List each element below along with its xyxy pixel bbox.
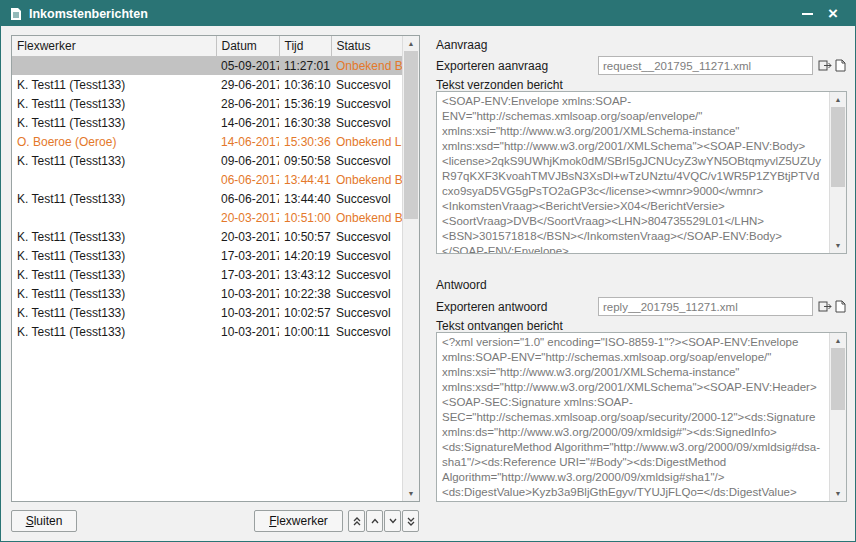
cell-tijd: 10:50:57 xyxy=(279,227,331,246)
cell-datum: 20-03-2017 xyxy=(216,227,279,246)
table-row[interactable]: K. Test11 (Tesst133)20-03-201710:50:57Su… xyxy=(12,227,402,246)
scroll-up-button[interactable]: ▲ xyxy=(830,92,846,107)
ontvangen-bericht-label: Tekst ontvangen bericht xyxy=(436,319,563,333)
column-header-tijd[interactable]: Tijd xyxy=(279,36,331,56)
table-row[interactable]: K. Test11 (Tesst133)17-03-201713:43:12Su… xyxy=(12,265,402,284)
scroll-track[interactable] xyxy=(830,348,846,486)
scroll-down-button[interactable]: ▼ xyxy=(830,238,846,253)
cell-flexwerker: K. Test11 (Tesst133) xyxy=(12,246,216,265)
export-aanvraag-button[interactable] xyxy=(817,57,832,73)
export-aanvraag-input[interactable] xyxy=(598,56,813,75)
table-header-row: Flexwerker Datum Tijd Status xyxy=(12,36,402,56)
cell-tijd: 10:36:10 xyxy=(279,75,331,94)
table-row[interactable]: K. Test11 (Tesst133)28-06-201715:36:19Su… xyxy=(12,94,402,113)
close-icon: × xyxy=(828,5,838,22)
cell-status: Succesvol xyxy=(331,151,402,170)
flexwerker-button-label: Flexwerker xyxy=(255,514,342,528)
page-icon xyxy=(835,59,846,72)
record-navigation xyxy=(348,510,419,532)
cell-datum: 17-03-2017 xyxy=(216,246,279,265)
cell-tijd: 13:44:41 xyxy=(279,170,331,189)
cell-datum: 06-06-2017 xyxy=(216,170,279,189)
cell-status: Succesvol xyxy=(331,284,402,303)
cell-tijd: 14:20:19 xyxy=(279,246,331,265)
sluiten-button-label: Sluiten xyxy=(12,514,76,528)
cell-datum: 09-06-2017 xyxy=(216,151,279,170)
ontvangen-bericht-text[interactable]: <?xml version="1.0" encoding="ISO-8859-1… xyxy=(437,333,829,501)
cell-datum: 06-06-2017 xyxy=(216,189,279,208)
cell-tijd: 15:30:36 xyxy=(279,132,331,151)
scroll-down-button[interactable]: ▼ xyxy=(403,486,419,501)
scroll-thumb[interactable] xyxy=(831,107,845,187)
cell-tijd: 09:50:58 xyxy=(279,151,331,170)
page-icon xyxy=(835,300,846,313)
table-row[interactable]: 06-06-201713:44:41Onbekend BSN xyxy=(12,170,402,189)
cell-status: Onbekend BSN xyxy=(331,56,402,75)
cell-flexwerker: K. Test11 (Tesst133) xyxy=(12,94,216,113)
nav-first-button[interactable] xyxy=(348,510,365,532)
column-header-flexwerker[interactable]: Flexwerker xyxy=(12,36,216,56)
scroll-thumb[interactable] xyxy=(831,348,845,410)
table-row[interactable]: O. Boeroe (Oeroe)14-06-201715:30:36Onbek… xyxy=(12,132,402,151)
view-antwoord-button[interactable] xyxy=(833,298,848,314)
cell-flexwerker: K. Test11 (Tesst133) xyxy=(12,151,216,170)
table-row[interactable]: K. Test11 (Tesst133)06-06-201713:44:40Su… xyxy=(12,189,402,208)
cell-tijd: 10:02:57 xyxy=(279,303,331,322)
document-icon xyxy=(10,7,22,21)
export-antwoord-button[interactable] xyxy=(817,298,832,314)
cell-tijd: 10:22:38 xyxy=(279,284,331,303)
sluiten-button[interactable]: Sluiten xyxy=(11,510,77,532)
titlebar: Inkomstenberichten × xyxy=(1,1,855,26)
table-row[interactable]: 05-09-201711:27:01Onbekend BSN xyxy=(12,56,402,75)
cell-status: Succesvol xyxy=(331,113,402,132)
nav-last-button[interactable] xyxy=(402,510,419,532)
export-antwoord-input[interactable] xyxy=(598,297,813,316)
table-row[interactable]: K. Test11 (Tesst133)10-03-201710:02:57Su… xyxy=(12,303,402,322)
table-row[interactable]: K. Test11 (Tesst133)09-06-201709:50:58Su… xyxy=(12,151,402,170)
view-aanvraag-button[interactable] xyxy=(833,57,848,73)
table-row[interactable]: K. Test11 (Tesst133)10-03-201710:00:11Su… xyxy=(12,322,402,341)
scroll-track[interactable] xyxy=(403,51,419,486)
cell-status: Onbekend LHN xyxy=(331,132,402,151)
berichten-table: Flexwerker Datum Tijd Status 05-09-20171… xyxy=(12,36,402,501)
scroll-thumb[interactable] xyxy=(404,51,418,219)
column-header-status[interactable]: Status xyxy=(331,36,402,56)
scroll-up-button[interactable]: ▲ xyxy=(830,333,846,348)
scroll-track[interactable] xyxy=(830,107,846,238)
cell-datum: 20-03-2017 xyxy=(216,208,279,227)
inkomstenberichten-dialog: Inkomstenberichten × Flexwerker Datum Ti… xyxy=(0,0,856,542)
column-header-datum[interactable]: Datum xyxy=(216,36,279,56)
cell-flexwerker: K. Test11 (Tesst133) xyxy=(12,189,216,208)
cell-tijd: 11:27:01 xyxy=(279,56,331,75)
cell-tijd: 13:44:40 xyxy=(279,189,331,208)
cell-datum: 28-06-2017 xyxy=(216,94,279,113)
cell-tijd: 15:36:19 xyxy=(279,94,331,113)
antwoord-heading: Antwoord xyxy=(436,278,487,292)
cell-tijd: 13:43:12 xyxy=(279,265,331,284)
cell-status: Succesvol xyxy=(331,227,402,246)
table-row[interactable]: K. Test11 (Tesst133)14-06-201716:30:38Su… xyxy=(12,113,402,132)
table-row[interactable]: K. Test11 (Tesst133)17-03-201714:20:19Su… xyxy=(12,246,402,265)
scroll-down-button[interactable]: ▼ xyxy=(830,486,846,501)
cell-datum: 29-06-2017 xyxy=(216,75,279,94)
cell-status: Succesvol xyxy=(331,75,402,94)
minimize-button[interactable] xyxy=(794,1,820,26)
cell-status: Onbekend BSN xyxy=(331,170,402,189)
nav-prior-button[interactable] xyxy=(366,510,383,532)
verzonden-scrollbar: ▲ ▼ xyxy=(829,92,846,253)
table-row[interactable]: K. Test11 (Tesst133)29-06-201710:36:10Su… xyxy=(12,75,402,94)
close-button[interactable]: × xyxy=(820,1,846,26)
verzonden-bericht-text[interactable]: <SOAP-ENV:Envelope xmlns:SOAP-ENV="http:… xyxy=(437,92,829,253)
cell-flexwerker xyxy=(12,56,216,75)
flexwerker-button[interactable]: Flexwerker xyxy=(254,510,343,532)
nav-next-button[interactable] xyxy=(384,510,401,532)
export-icon xyxy=(818,300,832,313)
table-row[interactable]: 20-03-201710:51:00Onbekend BSN xyxy=(12,208,402,227)
cell-flexwerker: K. Test11 (Tesst133) xyxy=(12,284,216,303)
scroll-up-button[interactable]: ▲ xyxy=(403,36,419,51)
cell-flexwerker: K. Test11 (Tesst133) xyxy=(12,227,216,246)
cell-status: Succesvol xyxy=(331,322,402,341)
cell-datum: 10-03-2017 xyxy=(216,303,279,322)
table-row[interactable]: K. Test11 (Tesst133)10-03-201710:22:38Su… xyxy=(12,284,402,303)
window-title: Inkomstenberichten xyxy=(29,7,148,21)
